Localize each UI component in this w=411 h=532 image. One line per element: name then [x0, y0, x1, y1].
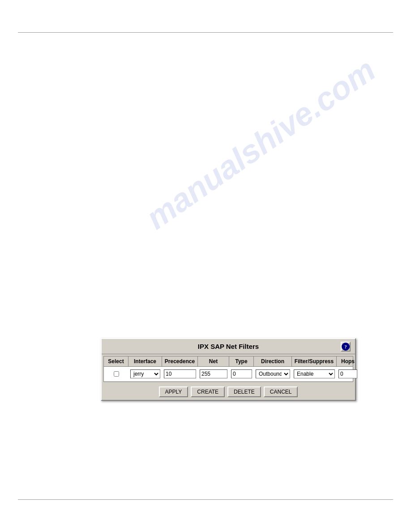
- precedence-input[interactable]: [164, 369, 196, 378]
- bottom-rule: [18, 499, 393, 500]
- net-cell: [198, 369, 229, 379]
- cancel-button[interactable]: CANCEL: [264, 386, 298, 397]
- net-input[interactable]: [200, 369, 227, 378]
- dialog-title: IPX SAP Net Filters: [198, 343, 259, 350]
- direction-select[interactable]: Inbound Outbound: [256, 369, 290, 378]
- help-button[interactable]: ?: [341, 342, 351, 352]
- interface-select[interactable]: jerry: [130, 369, 160, 378]
- header-filter-suppress: Filter/Suppress: [292, 356, 337, 366]
- header-precedence: Precedence: [162, 356, 198, 366]
- type-cell: [229, 369, 254, 379]
- header-interface: Interface: [128, 356, 162, 366]
- help-icon: ?: [342, 343, 350, 351]
- create-button[interactable]: CREATE: [191, 386, 225, 397]
- direction-cell: Inbound Outbound: [254, 369, 292, 379]
- interface-cell: jerry: [128, 369, 162, 379]
- dialog-buttons: APPLY CREATE DELETE CANCEL: [102, 384, 355, 400]
- hops-input[interactable]: [338, 369, 357, 378]
- header-direction: Direction: [254, 356, 292, 366]
- apply-button[interactable]: APPLY: [159, 386, 188, 397]
- hops-cell: [337, 369, 359, 379]
- dialog-content: Select Interface Precedence Net Type Dir…: [103, 356, 353, 382]
- filter-suppress-cell: Enable Suppress: [292, 369, 337, 379]
- delete-button[interactable]: DELETE: [227, 386, 261, 397]
- type-input[interactable]: [231, 369, 252, 378]
- table-header: Select Interface Precedence Net Type Dir…: [104, 356, 353, 367]
- dialog-title-bar: IPX SAP Net Filters ?: [102, 339, 355, 354]
- ipx-sap-net-filters-dialog: IPX SAP Net Filters ? Select Interface P…: [101, 338, 356, 401]
- filter-suppress-select[interactable]: Enable Suppress: [294, 369, 335, 378]
- top-rule: [18, 32, 393, 33]
- select-cell: [104, 370, 128, 378]
- table-row: jerry Inbound Outbound: [104, 367, 353, 382]
- precedence-cell: [162, 369, 198, 379]
- select-checkbox[interactable]: [114, 371, 119, 377]
- header-type: Type: [229, 356, 254, 366]
- header-hops: Hops: [337, 356, 359, 366]
- header-select: Select: [104, 356, 128, 366]
- header-net: Net: [198, 356, 229, 366]
- watermark: manualshive.com: [139, 51, 382, 236]
